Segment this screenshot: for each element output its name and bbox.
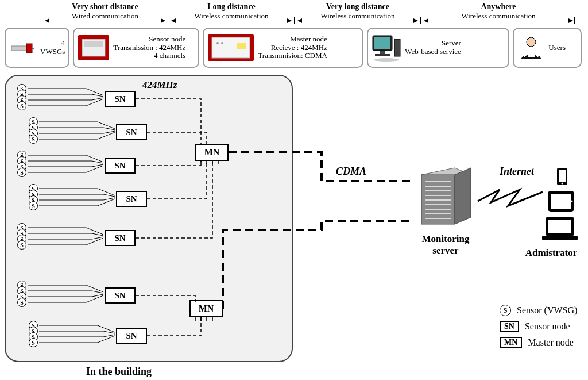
cat-sub: Wireless communication bbox=[171, 11, 292, 21]
legend-label: Sensor node bbox=[525, 321, 570, 332]
sensor-icon: S bbox=[17, 101, 26, 110]
sn-box: SN bbox=[105, 91, 136, 107]
sn-box: SN bbox=[116, 328, 147, 344]
legend-line: Recieve : 424MHz bbox=[271, 43, 327, 52]
building-label: In the building bbox=[86, 366, 152, 378]
cat-arrow bbox=[45, 21, 165, 21]
mn-box: MN bbox=[189, 300, 223, 317]
top-categories: Very short distance Wired communication … bbox=[11, 2, 574, 25]
cat-arrow bbox=[424, 21, 573, 21]
sn-box: SN bbox=[105, 230, 136, 246]
svg-point-97 bbox=[562, 183, 563, 185]
legend-symbols: S Sensor (VWSG) SN Sensor node MN Master… bbox=[500, 305, 577, 353]
legend-title: Server bbox=[442, 39, 461, 47]
legend-title: Master node bbox=[290, 34, 327, 43]
legend-line: 4 channels bbox=[154, 51, 185, 60]
server-label: Monitoring server bbox=[413, 233, 478, 256]
svg-rect-12 bbox=[374, 37, 390, 49]
legend-title: Users bbox=[548, 43, 566, 52]
cat-arrow bbox=[171, 21, 292, 21]
cat-title: Long distance bbox=[171, 2, 292, 11]
svg-rect-0 bbox=[11, 46, 28, 51]
svg-rect-14 bbox=[375, 54, 390, 56]
legend-label: Master node bbox=[528, 337, 574, 348]
sensor-cluster: S S S S bbox=[17, 224, 103, 250]
svg-rect-96 bbox=[559, 170, 566, 182]
svg-rect-5 bbox=[84, 41, 103, 47]
svg-point-10 bbox=[221, 42, 223, 44]
legend-label: Sensor (VWSG) bbox=[517, 305, 577, 316]
svg-rect-18 bbox=[528, 51, 535, 57]
master-node-photo-icon bbox=[207, 34, 254, 62]
sensor-icon: S bbox=[29, 135, 38, 144]
sn-box: SN bbox=[116, 191, 147, 207]
cat-arrow bbox=[297, 21, 418, 21]
svg-rect-103 bbox=[542, 236, 578, 240]
legend-box-users: Users bbox=[513, 28, 582, 68]
freq-label: 424MHz bbox=[142, 79, 177, 91]
building-area bbox=[5, 75, 293, 362]
cat-sub: Wired communication bbox=[45, 11, 165, 21]
sensor-cluster: S S S S bbox=[17, 152, 103, 177]
svg-point-9 bbox=[216, 42, 219, 44]
sensor-icon: S bbox=[17, 240, 26, 250]
sn-box: SN bbox=[116, 124, 147, 140]
vwsg-icon bbox=[9, 37, 34, 59]
sn-box: SN bbox=[105, 158, 136, 174]
admin-label: Admistrator bbox=[517, 247, 586, 259]
sensor-cluster: S S S S bbox=[29, 322, 115, 347]
legend-title: 4 VWSGs bbox=[40, 39, 65, 56]
legend-row: 4 VWSGs Sensor node Transmission : 424MH… bbox=[5, 28, 583, 68]
admin-devices bbox=[540, 167, 580, 250]
mn-box: MN bbox=[195, 144, 229, 161]
server-icon bbox=[413, 164, 478, 231]
sensor-cluster: S S S S bbox=[17, 85, 103, 110]
svg-rect-8 bbox=[237, 43, 246, 49]
sn-box: SN bbox=[105, 287, 136, 304]
legend-line: Transmission : 424MHz bbox=[113, 43, 185, 52]
svg-point-100 bbox=[571, 201, 573, 202]
svg-rect-1 bbox=[26, 44, 32, 53]
svg-rect-102 bbox=[548, 220, 571, 233]
svg-point-16 bbox=[374, 58, 399, 62]
cat-title: Very long distance bbox=[297, 2, 418, 11]
mn-mini-icon: MN bbox=[500, 337, 522, 348]
cat-title: Anywhere bbox=[424, 2, 573, 11]
svg-rect-15 bbox=[394, 39, 400, 56]
svg-point-17 bbox=[527, 37, 536, 47]
legend-box-server: Server Web-based service bbox=[367, 28, 509, 68]
sensor-cluster: S S S S bbox=[29, 118, 115, 144]
sensor-icon: S bbox=[17, 168, 26, 177]
cat-sub: Wireless communication bbox=[297, 11, 418, 21]
legend-box-master-node: Master node Recieve : 424MHz Transmmisio… bbox=[203, 28, 363, 68]
svg-rect-13 bbox=[380, 51, 385, 54]
computer-icon bbox=[372, 33, 401, 62]
svg-marker-85 bbox=[455, 168, 471, 224]
sensor-icon: S bbox=[500, 305, 511, 316]
svg-rect-99 bbox=[551, 194, 571, 209]
cat-title: Very short distance bbox=[45, 2, 165, 11]
sensor-icon: S bbox=[17, 298, 26, 307]
sensor-icon: S bbox=[29, 338, 38, 347]
legend-title: Sensor node bbox=[149, 34, 185, 43]
cdma-label: CDMA bbox=[336, 166, 366, 178]
user-icon bbox=[517, 34, 545, 62]
cat-sub: Wireless communication bbox=[424, 11, 573, 21]
legend-box-sensor-node: Sensor node Transmission : 424MHz 4 chan… bbox=[73, 28, 199, 68]
legend-line: Transmmision: CDMA bbox=[258, 51, 327, 60]
sn-mini-icon: SN bbox=[500, 321, 519, 332]
internet-label: Internet bbox=[500, 166, 534, 178]
sensor-cluster: S S S S bbox=[29, 185, 115, 210]
legend-line: Web-based service bbox=[405, 47, 461, 56]
sensor-node-photo-icon bbox=[78, 34, 110, 61]
legend-box-vwsg: 4 VWSGs bbox=[5, 28, 69, 68]
sensor-icon: S bbox=[29, 201, 38, 210]
sensor-cluster: S S S S bbox=[17, 282, 103, 307]
